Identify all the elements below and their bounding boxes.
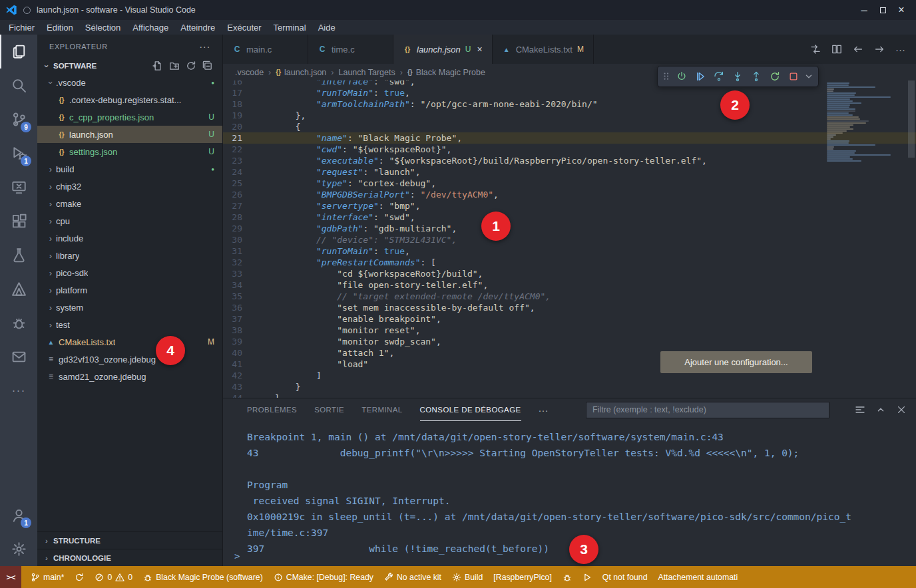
tree-item-c-cpp-properties.json[interactable]: {}c_cpp_properties.jsonU: [37, 108, 222, 126]
activity-item-more[interactable]: ···: [0, 374, 37, 408]
code-line-25[interactable]: 25 "type": "cortex-debug",: [223, 178, 916, 189]
tree-item-cpu[interactable]: ›cpu: [37, 212, 222, 229]
panel-tab-sortie[interactable]: SORTIE: [314, 398, 344, 421]
activity-item-run-debug[interactable]: 1: [0, 136, 37, 170]
explorer-section-header[interactable]: › SOFTWARE: [37, 58, 222, 74]
panel-more-icon[interactable]: ···: [539, 404, 549, 416]
activity-item-explorer[interactable]: [0, 35, 37, 69]
minimap[interactable]: [827, 80, 907, 162]
maximize-icon[interactable]: [873, 2, 892, 18]
tree-item-chip32[interactable]: ›chip32: [37, 178, 222, 195]
status-cmake-status[interactable]: CMake: [Debug]: Ready: [268, 566, 379, 588]
explorer-more-icon[interactable]: ···: [199, 41, 210, 52]
tab-time.c[interactable]: Ctime.c: [308, 35, 393, 64]
menu-terminal[interactable]: Terminal: [268, 20, 312, 35]
new-folder-icon[interactable]: [169, 61, 180, 71]
code-line-29[interactable]: 29 "gdbPath": "gdb-multiarch",: [223, 223, 916, 234]
code-line-19[interactable]: 19 },: [223, 110, 916, 121]
activity-item-testing[interactable]: [0, 238, 37, 272]
status-problems[interactable]: 00: [89, 566, 138, 588]
code-line-22[interactable]: 22 "cwd": "${workspaceRoot}",: [223, 144, 916, 155]
status-debug-target[interactable]: Black Magic Probe (software): [138, 566, 268, 588]
status-sync[interactable]: [69, 566, 89, 588]
step-into-icon[interactable]: [728, 68, 746, 85]
tree-item-system[interactable]: ›system: [37, 299, 222, 316]
menu-sélection[interactable]: Sélection: [79, 20, 126, 35]
code-line-27[interactable]: 27 "servertype": "bmp",: [223, 200, 916, 212]
continue-icon[interactable]: [691, 68, 709, 85]
activity-item-mail[interactable]: [0, 340, 37, 374]
console-prompt[interactable]: >: [234, 548, 240, 564]
tree-item-cmakelists.txt[interactable]: ▲CMakeLists.txtM: [37, 333, 222, 351]
code-line-33[interactable]: 33 "cd ${workspaceRoot}/build",: [223, 268, 916, 279]
code-line-21[interactable]: 21 "name": "Black Magic Probe",: [223, 132, 916, 144]
tab-main.c[interactable]: Cmain.c: [223, 35, 308, 64]
code-line-26[interactable]: 26 "BMPGDBSerialPort": "/dev/ttyACM0",: [223, 189, 916, 200]
output-lines-icon[interactable]: [855, 404, 865, 415]
tree-item-platform[interactable]: ›platform: [37, 281, 222, 299]
code-line-35[interactable]: 35 // "target extended-remote /dev/ttyAC…: [223, 291, 916, 302]
remote-indicator[interactable]: ><: [0, 566, 21, 588]
code-line-23[interactable]: 23 "executable": "${workspaceRoot}/build…: [223, 155, 916, 166]
code-line-28[interactable]: 28 "interface": "swd",: [223, 212, 916, 223]
activity-item-settings[interactable]: [0, 532, 37, 566]
close-icon[interactable]: [896, 404, 907, 415]
breadcrumb-item-launch-targets[interactable]: Launch Targets: [338, 68, 395, 77]
activity-item-account[interactable]: 1: [0, 498, 37, 532]
new-file-icon[interactable]: [152, 61, 163, 71]
code-line-30[interactable]: 30 // "device": "STM32L431VC",: [223, 234, 916, 245]
panel-tab-terminal[interactable]: TERMINAL: [361, 398, 402, 421]
minimize-icon[interactable]: ─: [855, 2, 873, 18]
breadcrumb-item-.vscode[interactable]: .vscode: [235, 68, 264, 77]
code-line-38[interactable]: 38 "monitor reset",: [223, 325, 916, 336]
tree-item-settings.json[interactable]: {}settings.jsonU: [37, 143, 222, 160]
tree-item-include[interactable]: ›include: [37, 229, 222, 247]
stop-icon[interactable]: [784, 68, 802, 85]
close-icon[interactable]: ×: [477, 44, 482, 55]
menu-aide[interactable]: Aide: [312, 20, 342, 35]
tree-item-gd32vf103-ozone.jdebug[interactable]: ≡gd32vf103_ozone.jdebug: [37, 351, 222, 368]
code-line-34[interactable]: 34 "file open-story-teller.elf",: [223, 279, 916, 291]
menu-edition[interactable]: Edition: [41, 20, 79, 35]
code-line-18[interactable]: 18 "armToolchainPath": "/opt/gcc-arm-non…: [223, 98, 916, 110]
code-line-24[interactable]: 24 "request": "launch",: [223, 166, 916, 178]
chevron-up-icon[interactable]: [875, 404, 886, 415]
status-kit[interactable]: No active kit: [379, 566, 447, 588]
console-filter-input[interactable]: [586, 402, 829, 418]
activity-item-search[interactable]: [0, 69, 37, 102]
activity-item-screen[interactable]: [0, 170, 37, 204]
code-line-31[interactable]: 31 "runToMain": true,: [223, 245, 916, 257]
status-launch[interactable]: [577, 566, 597, 588]
section-chronologie[interactable]: ›CHRONOLOGIE: [37, 549, 222, 566]
arrow-right-icon[interactable]: [874, 44, 885, 55]
status-auto-attach[interactable]: Attachement automati: [653, 566, 744, 588]
code-line-36[interactable]: 36 "set mem inaccessible-by-default off"…: [223, 302, 916, 313]
activity-item-source-control[interactable]: 9: [0, 102, 37, 136]
status-build[interactable]: Build: [447, 566, 488, 588]
menu-atteindre[interactable]: Atteindre: [174, 20, 221, 35]
activity-item-bug[interactable]: [0, 306, 37, 340]
activity-item-cmake[interactable]: [0, 272, 37, 306]
step-over-icon[interactable]: [710, 68, 728, 85]
status-debug[interactable]: [557, 566, 577, 588]
panel-tab-problèmes[interactable]: PROBLÈMES: [247, 398, 297, 421]
tree-item-pico-sdk[interactable]: ›pico-sdk: [37, 264, 222, 281]
menu-exécuter[interactable]: Exécuter: [221, 20, 267, 35]
menu-affichage[interactable]: Affichage: [126, 20, 174, 35]
code-line-44[interactable]: 44 ]: [223, 392, 916, 398]
step-out-icon[interactable]: [747, 68, 765, 85]
refresh-icon[interactable]: [186, 61, 196, 71]
tree-item-library[interactable]: ›library: [37, 247, 222, 264]
arrow-left-icon[interactable]: [853, 44, 863, 55]
tree-item-samd21-ozone.jdebug[interactable]: ≡samd21_ozone.jdebug: [37, 368, 222, 385]
code-line-17[interactable]: 17 "runToMain": true,: [223, 87, 916, 98]
tree-item-launch.json[interactable]: {}launch.jsonU: [37, 126, 222, 143]
add-configuration-button[interactable]: Ajouter une configuration...: [660, 351, 812, 373]
split-icon[interactable]: [831, 44, 842, 55]
restart-icon[interactable]: [766, 68, 784, 85]
tree-item-test[interactable]: ›test: [37, 316, 222, 333]
editor-scrollbar[interactable]: [908, 80, 915, 158]
code-line-20[interactable]: 20 {: [223, 121, 916, 132]
tree-item-.cortex-debug.registers.stat...[interactable]: {}.cortex-debug.registers.stat...: [37, 91, 222, 108]
breadcrumb-item-launch.json[interactable]: {}launch.json: [276, 68, 326, 77]
